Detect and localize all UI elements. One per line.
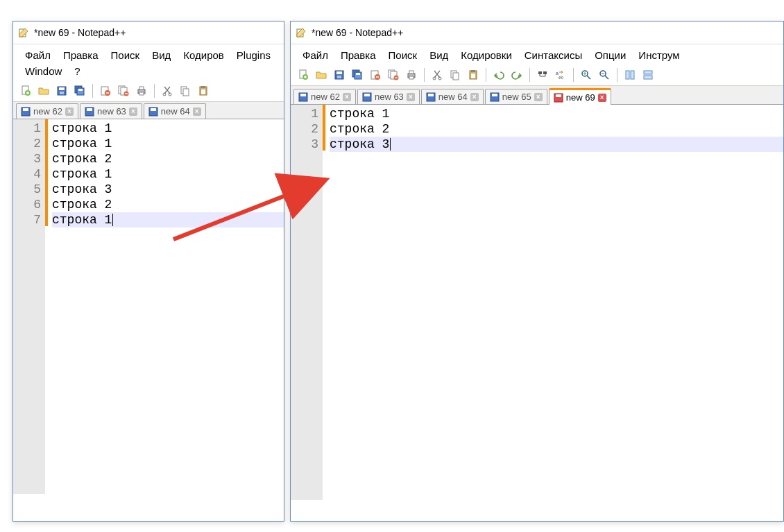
menu-encoding[interactable]: Кодиров xyxy=(177,47,230,63)
editor-area[interactable]: 1 2 3 строка 1 строка 2 строка 3 xyxy=(291,105,783,500)
save-icon[interactable] xyxy=(331,67,348,83)
svg-rect-5 xyxy=(60,92,64,94)
replace-icon[interactable]: ab xyxy=(552,67,569,83)
tab-new-65[interactable]: new 65 × xyxy=(485,89,547,104)
menu-tools[interactable]: Инструм xyxy=(632,47,685,63)
tab-new-64[interactable]: new 64 × xyxy=(144,103,206,119)
menu-window[interactable]: Window xyxy=(19,63,68,79)
close-icon[interactable]: × xyxy=(65,108,74,116)
window-title: *new 69 - Notepad++ xyxy=(312,27,403,38)
svg-rect-63 xyxy=(644,76,652,79)
sync-v-icon[interactable] xyxy=(622,67,638,83)
menu-view[interactable]: Вид xyxy=(146,47,177,63)
redo-icon[interactable] xyxy=(509,67,525,83)
svg-rect-53 xyxy=(471,74,475,78)
menu-edit[interactable]: Правка xyxy=(57,47,105,63)
menu-help[interactable]: ? xyxy=(68,63,86,79)
print-icon[interactable] xyxy=(133,83,150,99)
new-file-icon[interactable] xyxy=(295,67,312,83)
line-number: 6 xyxy=(13,197,41,212)
zoom-out-icon[interactable] xyxy=(596,67,613,83)
svg-rect-61 xyxy=(631,71,634,79)
close-icon[interactable]: × xyxy=(598,94,606,102)
tab-label: new 63 xyxy=(375,92,404,102)
tab-new-69[interactable]: new 69 × xyxy=(549,88,611,105)
menu-syntax[interactable]: Синтаксисы xyxy=(518,47,588,63)
tab-label: new 62 xyxy=(33,106,62,117)
tab-label: new 64 xyxy=(438,92,468,102)
paste-icon[interactable] xyxy=(465,67,482,83)
disk-icon xyxy=(21,107,31,117)
close-icon[interactable]: × xyxy=(193,108,201,116)
paste-icon[interactable] xyxy=(195,83,212,99)
notepadpp-window-right: *new 69 - Notepad++ Файл Правка Поиск Ви… xyxy=(290,21,784,522)
cut-icon[interactable] xyxy=(429,67,445,83)
close-file-icon[interactable] xyxy=(367,67,384,83)
disk-icon xyxy=(426,92,436,102)
menu-file[interactable]: Файл xyxy=(296,47,334,63)
line-number-gutter: 1 2 3 xyxy=(291,105,323,500)
toolbar-separator xyxy=(486,68,486,82)
open-file-icon[interactable] xyxy=(35,83,52,99)
svg-rect-50 xyxy=(453,73,459,80)
save-all-icon[interactable] xyxy=(71,83,88,99)
app-icon xyxy=(295,26,307,39)
svg-rect-16 xyxy=(139,92,144,95)
tab-new-62[interactable]: new 62 × xyxy=(16,103,78,119)
menu-encoding[interactable]: Кодировки xyxy=(454,47,518,63)
menu-options[interactable]: Опции xyxy=(588,47,632,63)
new-file-icon[interactable] xyxy=(17,83,34,99)
disk-icon xyxy=(298,92,308,102)
close-all-icon[interactable] xyxy=(385,67,402,83)
save-icon[interactable] xyxy=(53,83,70,99)
tab-new-63[interactable]: new 63 × xyxy=(80,103,142,119)
line-number: 2 xyxy=(291,121,318,137)
titlebar[interactable]: *new 69 - Notepad++ xyxy=(13,22,284,44)
save-all-icon[interactable] xyxy=(349,67,366,83)
notepadpp-window-left: *new 69 - Notepad++ Файл Правка Поиск Ви… xyxy=(12,21,284,522)
find-icon[interactable] xyxy=(534,67,551,83)
menubar: Файл Правка Поиск Вид Кодиров Plugins Wi… xyxy=(13,44,284,80)
tab-new-62[interactable]: new 62 × xyxy=(293,89,356,104)
tab-new-63[interactable]: new 63 × xyxy=(357,89,420,104)
code-area[interactable]: строка 1 строка 2 строка 3 xyxy=(325,105,783,500)
menu-file[interactable]: Файл xyxy=(19,47,57,63)
toolbar-separator xyxy=(92,84,93,98)
close-icon[interactable]: × xyxy=(343,93,351,101)
text-caret xyxy=(112,214,113,226)
menu-view[interactable]: Вид xyxy=(423,47,454,63)
titlebar[interactable]: *new 69 - Notepad++ xyxy=(291,22,783,44)
menu-edit[interactable]: Правка xyxy=(334,47,382,63)
menu-search[interactable]: Поиск xyxy=(105,47,146,63)
code-line: строка 2 xyxy=(330,121,783,137)
svg-rect-69 xyxy=(428,94,434,96)
close-icon[interactable]: × xyxy=(470,93,479,101)
editor-area[interactable]: 1 2 3 4 5 6 7 строка 1 строка 1 строка 2… xyxy=(13,119,284,494)
undo-icon[interactable] xyxy=(491,67,507,83)
line-number: 3 xyxy=(13,151,41,166)
tab-label: new 69 xyxy=(566,92,595,103)
tab-new-64[interactable]: new 64 × xyxy=(421,89,484,104)
menu-search[interactable]: Поиск xyxy=(382,47,424,63)
zoom-in-icon[interactable] xyxy=(578,67,595,83)
window-title: *new 69 - Notepad++ xyxy=(34,27,126,38)
line-number: 2 xyxy=(13,136,41,151)
print-icon[interactable] xyxy=(403,67,420,83)
cut-icon[interactable] xyxy=(159,83,176,99)
close-icon[interactable]: × xyxy=(129,108,137,116)
svg-rect-34 xyxy=(336,71,342,74)
code-area[interactable]: строка 1 строка 1 строка 2 строка 1 стро… xyxy=(48,119,284,494)
close-icon[interactable]: × xyxy=(534,93,543,101)
menu-plugins[interactable]: Plugins xyxy=(230,47,277,63)
close-icon[interactable]: × xyxy=(407,93,415,101)
close-all-icon[interactable] xyxy=(115,83,132,99)
svg-rect-15 xyxy=(139,87,144,89)
close-file-icon[interactable] xyxy=(97,83,114,99)
text-caret xyxy=(390,138,391,151)
disk-unsaved-icon xyxy=(554,93,563,103)
svg-rect-67 xyxy=(364,94,370,96)
open-file-icon[interactable] xyxy=(313,67,330,83)
sync-h-icon[interactable] xyxy=(640,67,656,83)
copy-icon[interactable] xyxy=(177,83,194,99)
copy-icon[interactable] xyxy=(447,67,463,83)
